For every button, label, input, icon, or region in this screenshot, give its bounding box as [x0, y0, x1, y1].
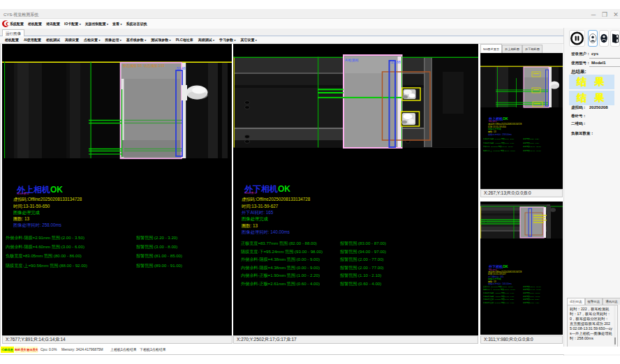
measurement-alarm: 报警范围:(3.00 - 8.00): [136, 244, 177, 253]
camera-turns-lower: 圈数: 13: [242, 223, 258, 229]
vcode-value: 20250208: [589, 105, 608, 109]
toolbar-item[interactable]: 基准线参数 ▾: [126, 38, 146, 42]
camera-result-lower: OK: [278, 184, 290, 194]
toolbar-item[interactable]: 图像处理 ▾: [105, 38, 121, 42]
measurement-row: 隔膜宽度-上=90.56mm 范围:(88.00 - 92.00) 报警范围:(…: [6, 263, 182, 272]
measurement-row: 内侧余料-隔膜=4.38mm 范围:(0.00 - 9.00) 报警范围:(2.…: [241, 265, 386, 273]
model-value: Model1: [591, 61, 606, 65]
main-menu: 系统配置 相机配置 通讯配置 IO卡配置 ▾ 光源控制配置 ▾ 查看 ▾ 系统语…: [10, 19, 147, 29]
qrcode-label: 二维码：: [571, 121, 586, 126]
camera-time-upper: 时间:13-31-59-650: [13, 204, 50, 210]
measurement-row: 外侧余料-隔膜=2.91mm 范围:(2.00 - 3.50) 报警范围:(2.…: [6, 235, 182, 244]
log-scroll-thumb[interactable]: [614, 338, 616, 344]
preview-view-ng[interactable]: 外上相机OK NG计数:0 虚拟码:Offline202502081331347…: [480, 53, 563, 189]
toolbar-item[interactable]: 相机配置: [5, 38, 19, 42]
status-xy-preview-lower: X:311;Y:980;R:0;G:0;B:0: [480, 335, 563, 344]
check-result-upper[interactable]: 上相机1点检结果: [110, 347, 137, 351]
camera-done-upper: 图像处理完成: [13, 210, 40, 216]
measurement-value: 负极宽度=83.05mm 范围:(80.00 - 86.00): [6, 253, 136, 262]
measurement-row: 内侧余料-正极=1.90mm 范围:(1.00 - 2.20) 报警范围:(1.…: [241, 273, 386, 281]
needle-label: 卷针号：: [571, 114, 586, 119]
measurement-alarm: 报警范围:(2.20 - 3.20): [136, 235, 177, 244]
preview-tab-upper[interactable]: 外上相机图: [502, 45, 522, 53]
sidebar: 登录用户： cys 使用型号： Model1 总结果: 结 果 结 果 虚拟码：…: [563, 28, 620, 356]
login-user-label: 登录用户：: [571, 52, 591, 56]
toolbar-item[interactable]: 高级调试 ▾: [198, 38, 214, 42]
camera-process-time-lower: 图像处理耗时: 140.00ms: [242, 229, 290, 236]
toolbar: 相机配置 AI使用配置 相机调试 高级设置 点检设置 ▾ 图像处理 ▾ 基准线参…: [0, 36, 620, 44]
preview-view-lower[interactable]: 外下相机OK NG计数:0 虚拟码:Offline202502081331347…: [480, 202, 563, 335]
measurement-value: 外侧余料-隔膜=4.38mm 范围:(0.00 - 9.00): [241, 257, 340, 265]
menu-item[interactable]: 通讯配置: [46, 22, 60, 26]
camera-barcode-upper: 虚拟码:Offline20250208133134728: [13, 197, 82, 203]
camera-lost-badge: 相机丢失: [15, 347, 26, 353]
toolbar-item[interactable]: 测试项参数 ▾: [151, 38, 170, 42]
menu-item[interactable]: 光源控制配置 ▾: [85, 22, 108, 26]
status-xy-ng: X:267;Y:13;R:0;G:0;B:0: [480, 189, 563, 197]
menu-item[interactable]: 系统配置: [10, 22, 24, 26]
overlay-ai-box-lower: AI检测框: [345, 58, 359, 63]
tab-run-image[interactable]: 运行图像: [2, 29, 24, 36]
camera-view-upper[interactable]: 静态阈值:93, 动态阈值:100 53.48 外上相机OK NG计数:0 虚拟…: [2, 44, 232, 335]
camera-ng-info-lower: NG计数:0: [244, 191, 256, 195]
title-bar: [0, 9, 620, 19]
camera-turns-upper: 圈数: 13: [13, 216, 29, 222]
overlay-value-upper: 53.48: [177, 66, 186, 70]
measurement-row: 正极宽度=83.77mm 范围:(82.00 - 88.00) 报警范围:(83…: [241, 241, 386, 249]
toolbar-item[interactable]: 相机调试: [46, 38, 60, 42]
measurement-row: 外侧余料-正极=2.61mm 范围:(0.60 - 4.00) 报警范围:(0.…: [241, 281, 386, 289]
preview2-process-time: 图像处理耗时: 140.00ms: [488, 282, 512, 285]
measurement-alarm: 报警范围:(83.00 - 87.00): [340, 241, 386, 249]
preview-tab-ng[interactable]: NG图片显示: [480, 44, 502, 53]
measurement-row: 负极宽度=83.05mm 范围:(80.00 - 86.00) 报警范围:(81…: [6, 253, 182, 262]
page-tab-strip: [0, 29, 620, 36]
measurement-alarm: 报警范围:(1.10 - 2.10): [340, 273, 381, 281]
measurement-row: 隔膜宽度-上=90.56mm 范围:(88.00 - 92.00) 报警范围:(…: [483, 150, 541, 154]
camera-result-text: OK: [503, 264, 508, 268]
toolbar-item[interactable]: 学习参数 ▾: [219, 38, 235, 42]
measurement-row: 内侧余料-隔膜=4.60mm 范围:(3.00 - 6.00) 报警范围:(3.…: [6, 244, 182, 253]
toolbar-item[interactable]: 高级设置: [65, 38, 79, 42]
preview-process-time: 图像处理耗时: 258.00ms: [488, 133, 512, 136]
preview-tab-lower[interactable]: 外下相机图: [522, 45, 542, 53]
log-tab-run[interactable]: 运行日志: [567, 298, 585, 305]
measurement-alarm: 报警范围:(81.00 - 85.00): [136, 253, 182, 262]
minimize-icon[interactable]: ─: [588, 10, 599, 19]
menu-item[interactable]: 查看 ▾: [112, 22, 121, 26]
menu-item[interactable]: IO卡配置 ▾: [64, 22, 81, 26]
log-tab-comm[interactable]: 通讯日志: [603, 298, 620, 305]
toolbar-item[interactable]: 点检设置 ▾: [84, 38, 100, 42]
toolbar-item[interactable]: 其它设置 ▾: [240, 38, 256, 42]
measurement-value: 隔膜宽度-上=90.56mm 范围:(88.00 - 92.00): [6, 263, 136, 272]
overlay-threshold-upper: 静态阈值:93, 动态阈值:100: [123, 63, 165, 68]
menu-item[interactable]: 系统语言切换: [126, 22, 147, 26]
toolbar-item[interactable]: AI使用配置: [24, 38, 41, 42]
comm-lost-badge: 通讯丢失: [27, 347, 38, 353]
camera-done-lower: 图像处理完成: [242, 216, 268, 222]
camera-view-lower[interactable]: AI检测框 23.88 外下相机OK NG计数:0 虚拟码:Offline202…: [233, 44, 478, 335]
check-result-lower[interactable]: 下相机1点检结果: [140, 347, 166, 351]
camera-process-time-upper: 图像处理耗时: 258.00ms: [13, 222, 61, 229]
log-text[interactable]: 耗时：222，极耳检测耗时：17，极耳分类耗时：0，极耳提取分区耗时：直方图提取…: [567, 305, 618, 348]
camera-barcode-lower: 虚拟码:Offline20250208133134728: [242, 197, 310, 203]
measurement-row: 外侧余料-隔膜=4.38mm 范围:(0.00 - 9.00) 报警范围:(2.…: [241, 257, 386, 265]
maximize-icon[interactable]: ❐: [599, 10, 610, 19]
user-icon: [589, 31, 597, 46]
menu-item[interactable]: 相机配置: [28, 22, 42, 26]
exit-button[interactable]: [610, 30, 620, 47]
model-label: 使用型号：: [571, 61, 591, 66]
preview-measurements-ng: 外侧余料-隔膜=2.91mm 范围:(2.00 - 3.50) 报警范围:(2.…: [483, 138, 541, 153]
cpu-usage: Cpu: 0.0%: [40, 347, 57, 351]
result-badge-1: 结 果: [569, 75, 614, 89]
preview-measurements-lower: 正极宽度=83.77mm 范围:(82.00 - 88.00) 报警范围:(83…: [483, 286, 541, 305]
pause-button[interactable]: [569, 30, 585, 47]
close-icon[interactable]: ✕: [610, 10, 620, 19]
toolbar-item[interactable]: PLC地址库: [176, 38, 193, 42]
admin-button[interactable]: [599, 30, 609, 47]
log-tab-alarm[interactable]: 报警日志: [585, 298, 603, 305]
heartbeat-badge: 心跳信息: [1, 347, 14, 353]
result-badge-2: 结 果: [569, 91, 614, 105]
login-user-value: cys: [591, 52, 598, 56]
user-button[interactable]: [588, 30, 598, 47]
measurement-alarm: 报警范围:(2.00 - 77.00): [340, 257, 384, 265]
